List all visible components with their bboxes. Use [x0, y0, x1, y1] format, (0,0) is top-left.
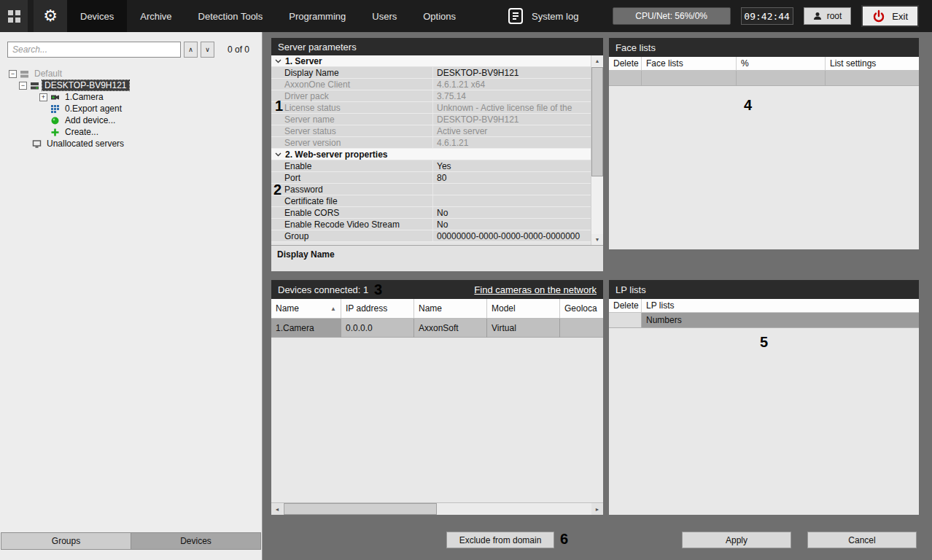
device-cell-name[interactable]: 1.Camera: [271, 319, 341, 338]
column-header-model[interactable]: Model: [487, 299, 560, 318]
search-input[interactable]: [7, 42, 181, 58]
section-web-server[interactable]: 2. Web-server properties: [271, 149, 591, 160]
column-header-vendor[interactable]: Name: [414, 299, 487, 318]
lp-cell-name[interactable]: Numbers: [642, 313, 919, 328]
tree-item-default[interactable]: Default: [0, 68, 262, 79]
tree-item-create[interactable]: Create...: [0, 126, 262, 138]
device-table-row[interactable]: 1.Camera 0.0.0.0 AxxonSoft Virtual: [271, 319, 603, 338]
expand-toggle-icon[interactable]: [9, 70, 17, 78]
property-row[interactable]: Group 00000000-0000-0000-0000-0000000: [271, 230, 591, 242]
settings-gear-button[interactable]: ⚙: [34, 0, 67, 32]
face-cell-settings[interactable]: [826, 71, 919, 86]
property-row[interactable]: Enable Yes: [271, 160, 591, 172]
tree-item-export-agent[interactable]: 0.Export agent: [0, 103, 262, 114]
property-value: Unknown - Active license file of the: [433, 102, 591, 113]
devices-table-header: Name ▲ IP address Name Model Geoloca: [271, 299, 603, 319]
column-header-percent[interactable]: %: [737, 57, 826, 70]
lp-lists-title: LP lists: [615, 284, 646, 295]
property-row[interactable]: Enable CORS No: [271, 207, 591, 219]
column-header-delete[interactable]: Delete: [609, 57, 642, 70]
lp-list-row[interactable]: Numbers: [609, 313, 919, 328]
device-cell-ip[interactable]: 0.0.0.0: [341, 319, 414, 338]
property-row[interactable]: Certificate file: [271, 195, 591, 207]
tree-item-label: Add device...: [63, 115, 117, 125]
face-cell-name[interactable]: [642, 71, 737, 86]
tab-programming[interactable]: Programming: [276, 0, 359, 32]
tab-options[interactable]: Options: [410, 0, 469, 32]
property-row[interactable]: Password: [271, 184, 591, 195]
scroll-down-arrow-icon[interactable]: ▼: [591, 234, 603, 245]
system-log-button[interactable]: System log: [497, 0, 589, 32]
annotation-1: 1: [275, 98, 283, 114]
user-button[interactable]: root: [804, 7, 852, 25]
tree-item-label: 1.Camera: [63, 92, 106, 102]
property-value[interactable]: Yes: [433, 160, 591, 171]
cpu-net-button[interactable]: CPU/Net: 56%/0%: [613, 7, 731, 25]
property-value[interactable]: No: [433, 207, 591, 218]
tab-devices-bottom[interactable]: Devices: [131, 532, 261, 550]
property-value[interactable]: 80: [433, 172, 591, 183]
apps-grid-button[interactable]: [0, 0, 28, 32]
face-cell-percent[interactable]: [737, 71, 826, 86]
scroll-right-arrow-icon[interactable]: ►: [591, 503, 603, 515]
scrollbar-thumb[interactable]: [284, 503, 437, 515]
column-header-ip[interactable]: IP address: [341, 299, 414, 318]
tab-archive[interactable]: Archive: [127, 0, 185, 32]
tree-item-camera[interactable]: 1.Camera: [0, 91, 262, 103]
property-grid-scrollbar[interactable]: ▲ ▼: [591, 55, 603, 245]
device-cell-vendor[interactable]: AxxonSoft: [414, 319, 487, 338]
column-header-name[interactable]: Name ▲: [271, 299, 341, 318]
scrollbar-thumb[interactable]: [591, 67, 603, 176]
face-list-empty-row[interactable]: [609, 71, 919, 86]
property-value[interactable]: [433, 184, 591, 195]
lp-cell-delete[interactable]: [609, 313, 642, 328]
expand-toggle-icon[interactable]: [39, 93, 47, 101]
property-name: Enable CORS: [271, 207, 433, 218]
tree-item-unallocated-servers[interactable]: Unallocated servers: [0, 138, 262, 149]
device-cell-model[interactable]: Virtual: [487, 319, 560, 338]
devices-horizontal-scrollbar[interactable]: ◄ ►: [271, 502, 603, 515]
section-server[interactable]: 1. Server: [271, 55, 591, 67]
property-row[interactable]: Enable Recode Video Stream No: [271, 219, 591, 230]
exclude-from-domain-button[interactable]: Exclude from domain: [446, 532, 554, 548]
property-value[interactable]: No: [433, 219, 591, 230]
property-row[interactable]: Display Name DESKTOP-BV9H121: [271, 67, 591, 79]
find-cameras-link[interactable]: Find cameras on the network: [474, 284, 597, 295]
property-value[interactable]: [433, 195, 591, 206]
cancel-button[interactable]: Cancel: [807, 532, 917, 548]
search-next-button[interactable]: ∨: [201, 42, 214, 58]
server-group-icon: [20, 69, 29, 79]
annotation-2: 2: [273, 182, 281, 198]
column-header-delete[interactable]: Delete: [609, 299, 642, 312]
column-header-list-settings[interactable]: List settings: [826, 57, 919, 70]
scroll-up-arrow-icon[interactable]: ▲: [591, 55, 603, 66]
sort-ascending-icon: ▲: [326, 306, 336, 312]
tree-item-server[interactable]: DESKTOP-BV9H121: [0, 79, 262, 91]
property-value[interactable]: DESKTOP-BV9H121: [433, 67, 591, 78]
property-value[interactable]: 00000000-0000-0000-0000-0000000: [433, 230, 591, 241]
panel-title: Server parameters: [278, 42, 357, 52]
property-row: AxxonOne Client 4.6.1.21 x64: [271, 79, 591, 90]
tab-groups[interactable]: Groups: [1, 532, 131, 550]
column-header-geolocation[interactable]: Geoloca: [560, 299, 603, 318]
tab-detection-tools[interactable]: Detection Tools: [185, 0, 276, 32]
scroll-left-arrow-icon[interactable]: ◄: [271, 503, 283, 515]
tree-item-add-device[interactable]: Add device...: [0, 114, 262, 126]
tab-devices[interactable]: Devices: [67, 0, 127, 32]
face-lists-table-header: Delete Face lists % List settings: [609, 57, 919, 71]
property-row: Server status Active server: [271, 125, 591, 137]
tree-item-label: Unallocated servers: [44, 139, 126, 149]
property-value: 3.75.14: [433, 90, 591, 101]
device-cell-geolocation[interactable]: [560, 319, 603, 338]
property-row[interactable]: Port 80: [271, 172, 591, 184]
exit-button[interactable]: Exit: [861, 5, 919, 27]
top-bar: ⚙ Devices Archive Detection Tools Progra…: [0, 0, 932, 32]
face-cell-delete[interactable]: [609, 71, 642, 86]
column-header-lp-lists[interactable]: LP lists: [642, 299, 919, 312]
column-header-face-lists[interactable]: Face lists: [642, 57, 737, 70]
property-name: Port: [271, 172, 433, 183]
tab-users[interactable]: Users: [359, 0, 410, 32]
apply-button[interactable]: Apply: [682, 532, 791, 548]
expand-toggle-icon[interactable]: [19, 82, 27, 90]
search-prev-button[interactable]: ∧: [184, 42, 198, 58]
